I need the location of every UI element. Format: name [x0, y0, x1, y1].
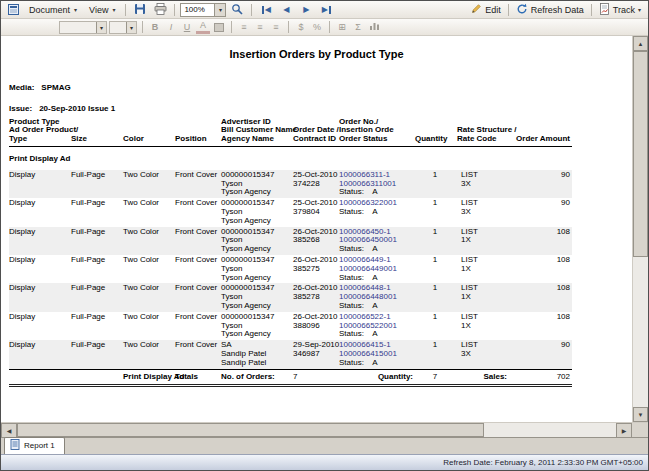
first-page-button[interactable]: ◀ [257, 2, 275, 17]
table-row: DisplayFull-PageTwo ColorFront CoverSA S… [9, 340, 572, 369]
zoom-select[interactable]: 100% ▾ [180, 3, 226, 17]
section-title: Print Display Ad [9, 147, 572, 170]
highlight-color-button[interactable] [212, 20, 226, 34]
vertical-scroll-thumb[interactable] [633, 51, 648, 257]
totals-quantity-value: 7 [415, 369, 457, 386]
status-bar: Refresh Date: February 8, 2011 2:33:30 P… [1, 454, 648, 470]
scroll-right-button[interactable]: ▶ [616, 423, 632, 438]
table-cell: Full-Page [71, 283, 123, 311]
table-cell: 26-Oct-2010 385275 [293, 255, 339, 283]
last-page-button[interactable]: ▶ [317, 2, 335, 17]
order-status: Status: A [339, 329, 378, 338]
horizontal-scroll-thumb[interactable] [17, 423, 484, 437]
chevron-down-icon: ▾ [214, 4, 225, 16]
refresh-data-button[interactable]: Refresh Data [512, 3, 588, 17]
refresh-date-text: Refresh Date: February 8, 2011 2:33:30 P… [443, 458, 643, 467]
table-cell: Front Cover [175, 340, 221, 369]
table-cell: Two Color [123, 340, 175, 369]
chart-button[interactable] [367, 20, 381, 34]
scroll-left-button[interactable]: ◀ [1, 423, 17, 438]
edit-button[interactable]: Edit [467, 3, 505, 16]
chevron-down-icon: ▾ [74, 7, 77, 13]
horizontal-scroll-track[interactable] [17, 423, 616, 437]
toolbar-separator [125, 4, 126, 16]
table-cell: Two Color [123, 227, 175, 255]
order-number: 1000066449-1 1000066449001 [339, 255, 397, 273]
order-status: Status: A [339, 244, 378, 253]
table-cell: 26-Oct-2010 385278 [293, 283, 339, 311]
main-toolbar: Document ▾ View ▾ 100% ▾ ◀ ◀ ▶ ▶ [1, 1, 648, 19]
order-number: 1000066311-1 1000066311001 [339, 170, 396, 188]
save-button[interactable] [131, 2, 149, 17]
underline-button[interactable]: U [180, 20, 194, 34]
zoom-button[interactable] [228, 2, 246, 17]
toolbar-separator [174, 4, 175, 16]
order-no-cell: 1000066311-1 1000066311001 Status: A [339, 170, 415, 198]
next-page-button[interactable]: ▶ [297, 2, 315, 17]
table-cell: LIST 1X [457, 227, 509, 255]
table-cell: Full-Page [71, 198, 123, 226]
section-row: Print Display Ad [9, 147, 572, 170]
scroll-down-button[interactable]: ▼ [633, 407, 648, 422]
table-cell: 108 [509, 255, 572, 283]
table-cell: 1 [415, 340, 457, 369]
totals-sales-label: Sales: [457, 369, 509, 386]
italic-button[interactable]: I [164, 20, 178, 34]
content-area: Insertion Orders by Product Type Media:S… [1, 36, 648, 422]
table-cell: Display [9, 255, 71, 283]
scroll-up-button[interactable]: ▲ [633, 36, 648, 51]
table-cell: LIST 3X [457, 340, 509, 369]
column-header-color: Color [123, 118, 175, 147]
column-header-order-no: Order No./ Insertion Orde Order Status [339, 118, 415, 147]
table-row: DisplayFull-PageTwo ColorFront Cover0000… [9, 312, 572, 340]
tab-report-1[interactable]: Report 1 [4, 437, 65, 454]
font-size-combo[interactable]: ▾ [109, 21, 137, 34]
column-header-advertiser: Advertiser ID Bill Customer Name Agency … [221, 118, 293, 147]
table-cell: 1 [415, 312, 457, 340]
print-button[interactable] [151, 2, 169, 17]
vertical-scrollbar[interactable]: ▲ ▼ [632, 36, 648, 422]
order-no-cell: 1000066522-1 1000066522001 Status: A [339, 312, 415, 340]
first-page-bar-icon [262, 6, 264, 14]
currency-format-button[interactable]: $ [294, 20, 308, 34]
toolbar-separator [251, 4, 252, 16]
font-family-combo[interactable]: ▾ [59, 21, 107, 34]
font-color-button[interactable]: A [196, 21, 210, 34]
table-row: DisplayFull-PageTwo ColorFront Cover0000… [9, 170, 572, 198]
table-cell: 1 [415, 198, 457, 226]
track-button[interactable]: Track ▾ [595, 3, 645, 17]
previous-page-button[interactable]: ◀ [277, 2, 295, 17]
document-menu[interactable]: Document ▾ [24, 4, 82, 16]
issue-label: Issue: [9, 104, 32, 113]
column-header-product-type: Product Type Ad Order Product/ Type [9, 118, 71, 147]
next-arrow-icon: ▶ [303, 5, 309, 14]
order-status: Status: A [339, 187, 378, 196]
edit-pencil-icon [471, 3, 482, 16]
totals-row: Print Display Ad Totals No. of Orders: 7… [9, 369, 572, 386]
chevron-down-icon: ▾ [638, 7, 641, 13]
table-cell: Full-Page [71, 227, 123, 255]
toolbar-separator [508, 4, 509, 16]
vertical-scroll-track[interactable] [633, 51, 648, 407]
issue-line: Issue:20-Sep-2010 Issue 1 [9, 105, 632, 114]
scrollbar-corner [632, 423, 648, 437]
table-cell: Full-Page [71, 170, 123, 198]
borders-button[interactable]: ⊞ [335, 20, 349, 34]
chevron-down-icon: ▾ [126, 22, 136, 33]
bold-button[interactable]: B [148, 20, 162, 34]
document-menu-label: Document [29, 5, 70, 15]
table-cell: Full-Page [71, 255, 123, 283]
totals-cell [71, 369, 123, 386]
zoom-value: 100% [184, 5, 204, 14]
table-cell: LIST 1X [457, 283, 509, 311]
align-left-button[interactable]: ≡ [237, 20, 251, 34]
sum-button[interactable]: Σ [351, 20, 365, 34]
percent-format-button[interactable]: % [310, 20, 324, 34]
align-right-button[interactable]: ≡ [269, 20, 283, 34]
align-center-button[interactable]: ≡ [253, 20, 267, 34]
table-cell: Front Cover [175, 227, 221, 255]
table-cell: 1 [415, 283, 457, 311]
table-cell: 1 [415, 227, 457, 255]
view-menu[interactable]: View ▾ [84, 4, 120, 16]
highlight-swatch-icon [214, 23, 224, 32]
